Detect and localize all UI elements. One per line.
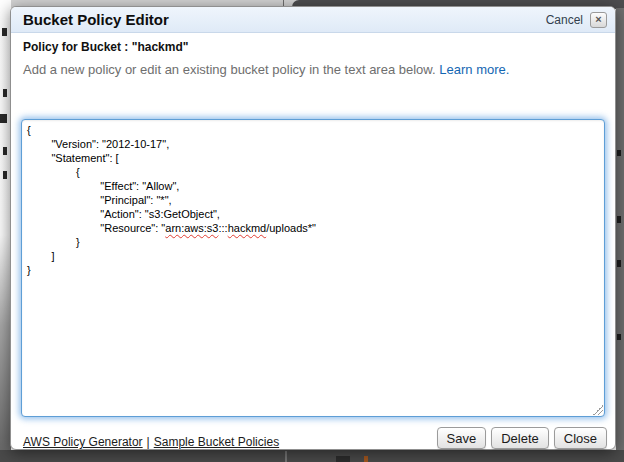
background-text-fragment (364, 456, 368, 462)
save-button[interactable]: Save (437, 427, 487, 449)
bucket-policy-editor-dialog: Bucket Policy Editor Cancel × Policy for… (10, 6, 616, 450)
background-right-strip (616, 8, 624, 452)
description-text: Add a new policy or edit an existing buc… (23, 62, 436, 77)
background-bottom-divider (285, 451, 287, 462)
cancel-link[interactable]: Cancel (546, 13, 583, 27)
background-text-fragment (336, 456, 350, 462)
footer-links: AWS Policy Generator|Sample Bucket Polic… (23, 435, 279, 449)
dialog-title: Bucket Policy Editor (23, 11, 546, 28)
footer-buttons: Save Delete Close (437, 427, 607, 449)
close-dialog-button[interactable]: Close (554, 427, 607, 449)
link-separator: | (147, 435, 150, 449)
aws-policy-generator-link[interactable]: AWS Policy Generator (23, 435, 143, 449)
bucket-policy-heading: Policy for Bucket : "hackmd" (23, 40, 188, 54)
learn-more-link[interactable]: Learn more. (439, 62, 509, 77)
dialog-header: Bucket Policy Editor Cancel × (11, 7, 615, 33)
sample-bucket-policies-link[interactable]: Sample Bucket Policies (154, 435, 279, 449)
dialog-description: Add a new policy or edit an existing buc… (23, 62, 509, 77)
background-bottom-strip (0, 450, 624, 462)
close-icon: × (595, 14, 601, 25)
policy-textarea[interactable]: { "Version": "2012-10-17", "Statement": … (21, 119, 605, 417)
close-button[interactable]: × (590, 12, 607, 28)
textarea-resize-handle[interactable] (593, 405, 603, 415)
delete-button[interactable]: Delete (491, 427, 549, 449)
